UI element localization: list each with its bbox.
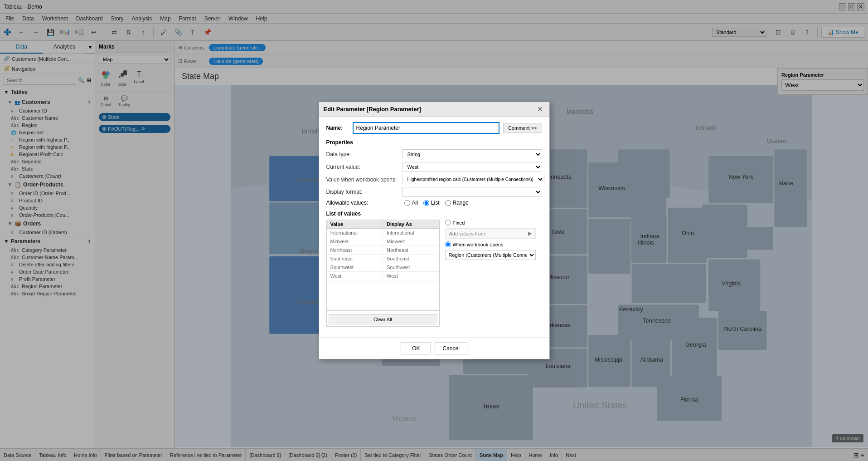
modal-name-input[interactable] [353, 122, 499, 134]
properties-section: Properties Data type: String Current val… [326, 139, 542, 206]
values-source-select[interactable]: Region (Customers (Multiple Connections)… [445, 250, 536, 260]
col-header-value: Value [327, 220, 383, 228]
fixed-radio-label[interactable]: Fixed [445, 220, 536, 226]
modal-title: Edit Parameter [Region Parameter] [324, 106, 421, 113]
data-type-select[interactable]: String [402, 149, 542, 159]
allowable-label: Allowable values: [326, 200, 399, 206]
add-values-arrow: ▶ [528, 230, 532, 236]
list-val-3: Southeast [327, 255, 383, 263]
ok-btn[interactable]: OK [401, 343, 431, 354]
modal-name-label: Name: [326, 125, 349, 131]
radio-all[interactable] [404, 200, 410, 206]
modal-name-row: Name: Comment >> [326, 122, 542, 134]
list-row-2[interactable]: Northeast Northeast [327, 246, 439, 255]
modal-body: Name: Comment >> Properties Data type: S… [319, 117, 549, 338]
col-header-display: Display As [383, 220, 439, 228]
radio-range-text: Range [453, 200, 469, 206]
list-row-0[interactable]: International International [327, 229, 439, 237]
modal-comment-btn[interactable]: Comment >> [503, 123, 542, 133]
value-when-opens-select[interactable]: Highestprofited region calc (Customers (… [402, 175, 544, 184]
radio-list-text: List [431, 200, 440, 206]
clear-all-btn[interactable]: Clear All [329, 314, 437, 324]
list-val-4: Southwest [327, 263, 383, 271]
list-disp-2: Northeast [383, 246, 439, 254]
radio-range[interactable] [445, 200, 451, 206]
list-disp-0: International [383, 229, 439, 237]
list-table-container: Value Display As International Internati… [326, 220, 542, 327]
modal-footer: OK Cancel [319, 338, 549, 359]
radio-all-label[interactable]: All [404, 200, 418, 206]
list-section: List of values Value Display As Internat… [326, 211, 542, 327]
radio-list[interactable] [423, 200, 429, 206]
radio-range-label[interactable]: Range [445, 200, 469, 206]
when-opens-label: When workbook opens [453, 242, 504, 247]
fixed-radio[interactable] [445, 220, 451, 226]
when-opens-radio-label[interactable]: When workbook opens [445, 241, 536, 247]
allowable-values-row: Allowable values: All List Range [326, 200, 542, 206]
value-when-opens-label: Value when workbook opens: [326, 177, 399, 183]
display-format-row: Display format: [326, 187, 542, 197]
data-type-row: Data type: String [326, 149, 542, 159]
fixed-label: Fixed [453, 220, 465, 226]
value-when-opens-row: Value when workbook opens: Highestprofit… [326, 175, 542, 184]
list-row-4[interactable]: Southwest Southwest [327, 263, 439, 272]
list-val-0: International [327, 229, 383, 237]
current-value-select[interactable]: West [402, 162, 542, 172]
display-format-label: Display format: [326, 189, 399, 195]
modal-titlebar: Edit Parameter [Region Parameter] ✕ [319, 102, 549, 117]
list-disp-4: Southwest [383, 263, 439, 271]
modal-close-btn[interactable]: ✕ [535, 105, 545, 113]
add-values-btn[interactable]: Add values from ▶ [445, 228, 536, 239]
list-table: Value Display As International Internati… [326, 220, 440, 327]
properties-label: Properties [326, 139, 542, 146]
list-row-3[interactable]: Southeast Southeast [327, 255, 439, 263]
list-val-1: Midwest [327, 237, 383, 245]
display-format-select[interactable] [402, 187, 542, 197]
list-val-2: Northeast [327, 246, 383, 254]
list-row-5[interactable]: West West [327, 272, 439, 280]
list-table-body: International International Midwest Midw… [327, 229, 439, 310]
radio-all-text: All [412, 200, 418, 206]
list-controls: Fixed Add values from ▶ When workbook op… [445, 220, 536, 327]
list-section-label: List of values [326, 211, 542, 217]
list-disp-1: Midwest [383, 237, 439, 245]
list-table-footer: Clear All [327, 310, 439, 326]
current-value-label: Current value: [326, 164, 399, 170]
cancel-btn[interactable]: Cancel [435, 343, 467, 354]
add-values-label: Add values from [449, 231, 485, 236]
list-table-header: Value Display As [327, 220, 439, 229]
radio-list-label[interactable]: List [423, 200, 440, 206]
list-disp-5: West [383, 272, 439, 280]
data-type-label: Data type: [326, 151, 399, 157]
current-value-row: Current value: West [326, 162, 542, 172]
list-disp-3: Southeast [383, 255, 439, 263]
when-opens-radio[interactable] [445, 241, 451, 247]
list-row-1[interactable]: Midwest Midwest [327, 237, 439, 246]
list-val-5: West [327, 272, 383, 280]
modal-dialog: Edit Parameter [Region Parameter] ✕ Name… [319, 102, 550, 359]
modal-overlay: Edit Parameter [Region Parameter] ✕ Name… [0, 0, 868, 461]
